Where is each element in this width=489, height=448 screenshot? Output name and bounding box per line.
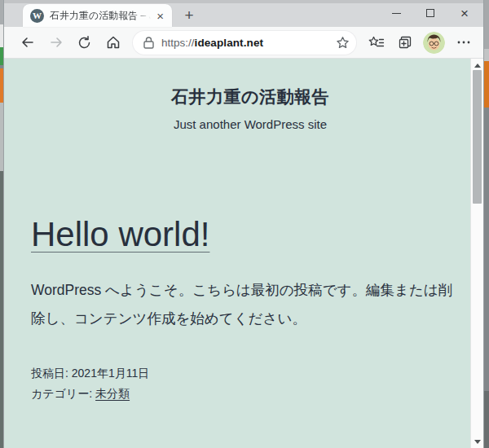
window-maximize-button[interactable] — [413, 0, 447, 26]
scrollbar-up-arrow[interactable] — [471, 59, 483, 71]
favorites-star-lines-icon — [368, 36, 385, 50]
window-minimize-button[interactable] — [379, 0, 413, 26]
minimize-icon — [392, 13, 401, 14]
back-button[interactable] — [14, 29, 41, 55]
window-close-button[interactable]: × — [447, 0, 482, 26]
post-article: Hello world! WordPress へようこそ。こちらは最初の投稿です… — [31, 215, 469, 404]
post-date-line: 投稿日: 2021年1月11日 — [31, 363, 469, 384]
triangle-up-icon — [474, 64, 481, 68]
tab-close-icon[interactable]: × — [153, 8, 167, 24]
url-scheme: https:// — [161, 37, 195, 49]
desktop: W 石井力重の活動報告 – Just anoth × + × — [0, 0, 489, 448]
scrollbar-down-arrow[interactable] — [471, 436, 483, 447]
refresh-button[interactable] — [71, 29, 98, 55]
background-window-sliver-right — [483, 0, 489, 448]
triangle-down-icon — [474, 440, 481, 444]
site-header: 石井力重の活動報告 Just another WordPress site — [31, 59, 469, 131]
collections-button[interactable] — [391, 29, 418, 55]
favorites-button[interactable] — [363, 29, 390, 55]
settings-menu-button[interactable] — [450, 29, 477, 55]
profile-avatar[interactable] — [423, 32, 445, 54]
scrollbar-thumb[interactable] — [473, 70, 482, 204]
browser-toolbar: https://ideaplant.net — [4, 27, 483, 59]
post-date-label: 投稿日: — [31, 367, 72, 380]
page-scrollbar[interactable] — [470, 59, 483, 448]
post-date-value: 2021年1月11日 — [72, 367, 149, 380]
home-button[interactable] — [99, 29, 126, 55]
refresh-icon — [77, 36, 91, 50]
tab-bar: W 石井力重の活動報告 – Just anoth × + × — [4, 0, 483, 27]
three-dots-icon — [457, 41, 470, 44]
back-arrow-icon — [20, 35, 35, 50]
site-tagline: Just another WordPress site — [31, 117, 469, 131]
browser-tab[interactable]: W 石井力重の活動報告 – Just anoth × — [23, 4, 172, 27]
address-bar[interactable]: https://ideaplant.net — [133, 31, 356, 55]
tab-title: 石井力重の活動報告 – Just anoth — [50, 9, 153, 23]
avatar-face-icon — [423, 32, 445, 54]
maximize-icon — [426, 9, 434, 17]
forward-button[interactable] — [42, 29, 69, 55]
browser-window: W 石井力重の活動報告 – Just anoth × + × — [4, 0, 483, 448]
lock-icon — [143, 37, 154, 49]
site-title[interactable]: 石井力重の活動報告 — [31, 86, 469, 108]
home-icon — [106, 35, 121, 50]
post-category-label: カテゴリー: — [31, 387, 95, 400]
bookmark-star-icon[interactable] — [336, 36, 350, 50]
post-body: WordPress へようこそ。こちらは最初の投稿です。編集または削除し、コンテ… — [31, 276, 465, 333]
url-domain: ideaplant.net — [195, 37, 264, 49]
post-category-line: カテゴリー: 未分類 — [31, 384, 469, 404]
web-page: 石井力重の活動報告 Just another WordPress site He… — [4, 59, 483, 448]
url-text[interactable]: https://ideaplant.net — [161, 37, 336, 49]
post-title-link[interactable]: Hello world! — [31, 215, 209, 253]
new-tab-button[interactable]: + — [177, 4, 201, 27]
window-controls: × — [379, 0, 482, 26]
post-title: Hello world! — [31, 215, 469, 254]
forward-arrow-icon — [49, 35, 64, 50]
close-icon: × — [460, 7, 469, 20]
wordpress-favicon-icon: W — [30, 9, 44, 23]
collections-icon — [398, 35, 412, 50]
post-meta: 投稿日: 2021年1月11日 カテゴリー: 未分類 — [31, 363, 469, 404]
post-category-link[interactable]: 未分類 — [95, 387, 130, 400]
